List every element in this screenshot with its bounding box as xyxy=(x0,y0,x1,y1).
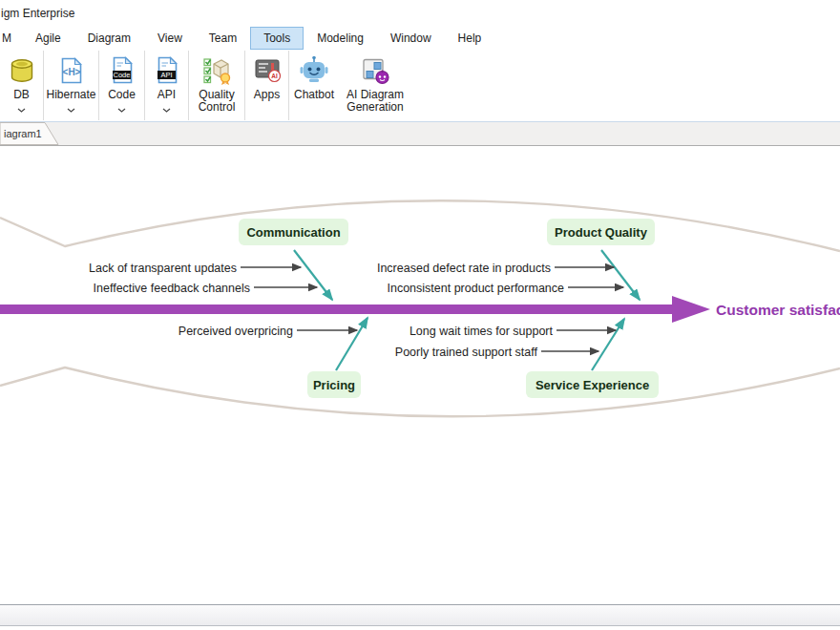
menu-item-modeling[interactable]: Modeling xyxy=(304,27,377,50)
diagram-tab-bar: iagram1 xyxy=(0,122,840,146)
category-box-service-experience[interactable]: Service Experience xyxy=(526,371,659,398)
hibernate-document-icon: <H> xyxy=(56,53,87,88)
svg-text:Customer satisfaction: Customer satisfaction xyxy=(716,302,840,318)
svg-text:Communication: Communication xyxy=(246,225,340,240)
svg-text:AI: AI xyxy=(271,73,278,79)
svg-text:Lack of transparent updates: Lack of transparent updates xyxy=(89,262,237,275)
bone-pricing[interactable] xyxy=(336,318,368,370)
ribbon-toolbar: DB <H> Hibernate Code xyxy=(0,50,840,122)
api-file-icon: API xyxy=(152,53,182,88)
svg-text:API: API xyxy=(160,71,172,79)
ai-diagram-generation-icon xyxy=(360,53,390,88)
category-box-product-quality[interactable]: Product Quality xyxy=(547,219,655,245)
apps-icon: AI xyxy=(252,53,283,88)
tab-diagram1[interactable]: iagram1 xyxy=(0,122,76,145)
menu-item-team[interactable]: Team xyxy=(196,27,250,50)
cause-node[interactable]: Long wait times for support xyxy=(410,325,616,338)
svg-text:Perceived overpricing: Perceived overpricing xyxy=(178,325,293,338)
menu-item-view[interactable]: View xyxy=(144,27,196,50)
svg-text:Ineffective feedback channels: Ineffective feedback channels xyxy=(94,282,250,295)
api-button[interactable]: API API xyxy=(145,50,188,121)
spine-arrowhead-icon xyxy=(672,296,710,323)
code-button[interactable]: Code Code xyxy=(99,50,144,121)
database-icon xyxy=(7,53,37,88)
dropdown-chevron-icon[interactable] xyxy=(117,103,126,116)
svg-text:Service Experience: Service Experience xyxy=(536,378,649,392)
bone-communication[interactable] xyxy=(294,250,332,300)
menu-item-agile[interactable]: Agile xyxy=(22,27,74,50)
dropdown-chevron-icon[interactable] xyxy=(67,103,75,116)
dropdown-chevron-icon[interactable] xyxy=(162,103,171,116)
svg-text:iagram1: iagram1 xyxy=(4,128,42,139)
menu-bar: M Agile Diagram View Team Tools Modeling… xyxy=(0,27,840,50)
chatbot-icon xyxy=(299,53,329,88)
svg-text:Increased defect rate in produ: Increased defect rate in products xyxy=(377,262,551,275)
svg-text:Poorly trained support staff: Poorly trained support staff xyxy=(395,346,538,359)
svg-text:Inconsistent product performan: Inconsistent product performance xyxy=(387,282,564,295)
apps-button[interactable]: AI Apps xyxy=(245,50,288,121)
bone-service-experience[interactable] xyxy=(592,319,624,370)
cause-node[interactable]: Ineffective feedback channels xyxy=(94,282,317,295)
dropdown-chevron-icon[interactable] xyxy=(17,103,26,116)
bone-product-quality[interactable] xyxy=(601,250,640,300)
ai-diagram-generation-button[interactable]: AI Diagram Generation xyxy=(339,50,411,121)
menu-item-cutoff[interactable]: M xyxy=(0,27,22,50)
svg-text:<H>: <H> xyxy=(62,67,80,77)
cause-node[interactable]: Lack of transparent updates xyxy=(89,262,301,275)
effect-node[interactable]: Customer satisfaction xyxy=(716,302,840,318)
svg-text:Code: Code xyxy=(113,71,130,79)
menu-item-window[interactable]: Window xyxy=(377,27,445,50)
svg-text:Long wait times for support: Long wait times for support xyxy=(410,325,554,338)
menu-item-help[interactable]: Help xyxy=(445,27,495,50)
status-bar xyxy=(0,604,840,626)
cause-node[interactable]: Inconsistent product performance xyxy=(387,282,623,295)
window-title: igm Enterprise xyxy=(1,7,74,20)
category-box-pricing[interactable]: Pricing xyxy=(307,371,361,398)
db-button[interactable]: DB xyxy=(0,50,43,121)
title-bar: igm Enterprise xyxy=(0,0,840,27)
chatbot-button[interactable]: Chatbot xyxy=(289,50,339,121)
cause-node[interactable]: Poorly trained support staff xyxy=(395,346,598,359)
menu-item-tools[interactable]: Tools xyxy=(250,27,304,50)
quality-control-icon xyxy=(200,53,233,88)
code-file-icon: Code xyxy=(107,53,137,88)
quality-control-button[interactable]: Quality Control xyxy=(189,50,244,121)
diagram-canvas[interactable]: Lack of transparent updates Ineffective … xyxy=(0,146,840,604)
svg-text:Product Quality: Product Quality xyxy=(555,225,648,240)
cause-node[interactable]: Perceived overpricing xyxy=(178,325,357,338)
menu-item-diagram[interactable]: Diagram xyxy=(74,27,144,50)
fishbone-spine[interactable] xyxy=(0,296,710,323)
hibernate-button[interactable]: <H> Hibernate xyxy=(44,50,98,121)
cause-node[interactable]: Increased defect rate in products xyxy=(377,262,614,275)
svg-text:Pricing: Pricing xyxy=(313,378,355,392)
category-box-communication[interactable]: Communication xyxy=(239,219,348,245)
